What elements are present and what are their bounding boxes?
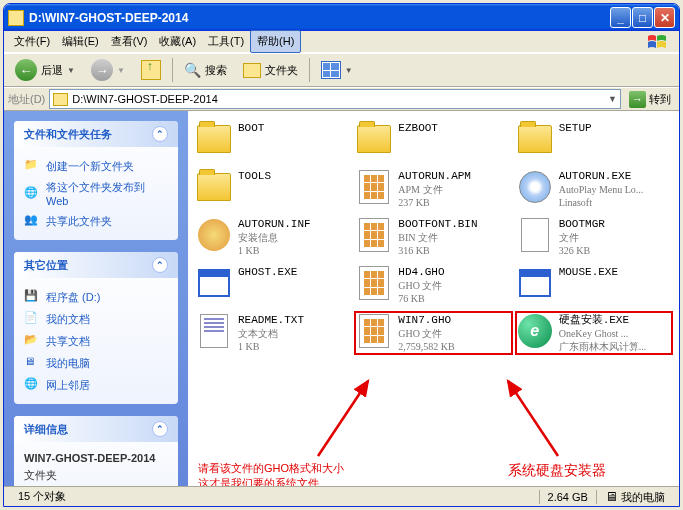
menu-view[interactable]: 查看(V) bbox=[105, 31, 154, 52]
text-file-icon bbox=[200, 314, 228, 348]
annotation-left: 请看该文件的GHO格式和大小 这才是我们要的系统文件 bbox=[198, 461, 344, 486]
file-listing[interactable]: BOOTEZBOOTSETUPTOOLSAUTORUN.APMAPM 文件237… bbox=[188, 111, 679, 486]
file-item[interactable]: WIN7.GHOGHO 文件2,759,582 KB bbox=[354, 311, 512, 355]
file-item[interactable]: GHOST.EXE bbox=[194, 263, 352, 307]
file-meta: GHO 文件 bbox=[398, 327, 454, 340]
file-name: TOOLS bbox=[238, 169, 271, 183]
gho-icon bbox=[359, 218, 389, 252]
chevron-up-icon[interactable]: ⌃ bbox=[152, 257, 168, 273]
titlebar[interactable]: D:\WIN7-GHOST-DEEP-2014 _ □ ✕ bbox=[4, 4, 679, 31]
file-item[interactable]: HD4.GHOGHO 文件76 KB bbox=[354, 263, 512, 307]
file-name: MOUSE.EXE bbox=[559, 265, 618, 279]
place-link[interactable]: 🖥我的电脑 bbox=[24, 352, 168, 374]
computer-icon: 🖥 bbox=[605, 489, 618, 504]
file-item[interactable]: EZBOOT bbox=[354, 119, 512, 163]
file-meta: 2,759,582 KB bbox=[398, 340, 454, 353]
folder-icon bbox=[8, 10, 24, 26]
file-meta: 1 KB bbox=[238, 340, 304, 353]
place-link[interactable]: 🌐网上邻居 bbox=[24, 374, 168, 396]
file-meta: OneKey Ghost ... bbox=[559, 327, 647, 340]
maximize-button[interactable]: □ bbox=[632, 7, 653, 28]
gear-icon bbox=[198, 219, 230, 251]
go-icon: → bbox=[629, 91, 646, 108]
folder-icon bbox=[197, 173, 231, 201]
file-name: BOOT bbox=[238, 121, 264, 135]
file-name: AUTORUN.EXE bbox=[559, 169, 644, 183]
place-link[interactable]: 💾程序盘 (D:) bbox=[24, 286, 168, 308]
place-icon: 🖥 bbox=[24, 355, 40, 371]
file-item[interactable]: SETUP bbox=[515, 119, 673, 163]
back-button[interactable]: ←后退▼ bbox=[10, 57, 80, 83]
file-meta: 文本文档 bbox=[238, 327, 304, 340]
file-item[interactable]: MOUSE.EXE bbox=[515, 263, 673, 307]
place-icon: 📄 bbox=[24, 311, 40, 327]
place-link[interactable]: 📂共享文档 bbox=[24, 330, 168, 352]
forward-button[interactable]: →▼ bbox=[86, 57, 130, 83]
menubar: 文件(F) 编辑(E) 查看(V) 收藏(A) 工具(T) 帮助(H) bbox=[4, 31, 679, 53]
chevron-up-icon[interactable]: ⌃ bbox=[152, 421, 168, 437]
place-link[interactable]: 📄我的文档 bbox=[24, 308, 168, 330]
menu-tools[interactable]: 工具(T) bbox=[202, 31, 250, 52]
up-folder-icon: ↑ bbox=[141, 60, 161, 80]
menu-favorites[interactable]: 收藏(A) bbox=[153, 31, 202, 52]
up-button[interactable]: ↑ bbox=[136, 58, 166, 82]
chevron-down-icon[interactable]: ▼ bbox=[608, 94, 617, 104]
window-title: D:\WIN7-GHOST-DEEP-2014 bbox=[29, 11, 610, 25]
status-count: 15 个对象 bbox=[10, 489, 74, 504]
file-meta: 76 KB bbox=[398, 292, 444, 305]
folders-button[interactable]: 文件夹 bbox=[238, 61, 303, 80]
file-item[interactable]: e硬盘安装.EXEOneKey Ghost ...广东雨林木风计算... bbox=[515, 311, 673, 355]
menu-file[interactable]: 文件(F) bbox=[8, 31, 56, 52]
file-item[interactable]: TOOLS bbox=[194, 167, 352, 211]
details-type: 文件夹 bbox=[24, 467, 168, 484]
file-name: BOOTFONT.BIN bbox=[398, 217, 477, 231]
other-places-header[interactable]: 其它位置⌃ bbox=[14, 252, 178, 278]
cd-icon bbox=[519, 171, 551, 203]
folder-icon bbox=[518, 125, 552, 153]
file-meta: 广东雨林木风计算... bbox=[559, 340, 647, 353]
task-link[interactable]: 🌐将这个文件夹发布到Web bbox=[24, 177, 168, 210]
close-button[interactable]: ✕ bbox=[654, 7, 675, 28]
details-header[interactable]: 详细信息⌃ bbox=[14, 416, 178, 442]
address-input[interactable]: D:\WIN7-GHOST-DEEP-2014 ▼ bbox=[49, 89, 621, 109]
file-item[interactable]: AUTORUN.EXEAutoPlay Menu Lo...Linasoft bbox=[515, 167, 673, 211]
task-icon: 📁 bbox=[24, 158, 40, 174]
file-item[interactable]: BOOT bbox=[194, 119, 352, 163]
file-name: AUTORUN.INF bbox=[238, 217, 311, 231]
search-button[interactable]: 🔍搜索 bbox=[179, 60, 232, 80]
file-meta: BIN 文件 bbox=[398, 231, 477, 244]
file-item[interactable]: README.TXT文本文档1 KB bbox=[194, 311, 352, 355]
exe-icon bbox=[198, 269, 230, 297]
menu-edit[interactable]: 编辑(E) bbox=[56, 31, 105, 52]
gho-icon bbox=[359, 314, 389, 348]
tasks-panel: 文件和文件夹任务⌃ 📁创建一个新文件夹🌐将这个文件夹发布到Web👥共享此文件夹 bbox=[14, 121, 178, 240]
file-name: README.TXT bbox=[238, 313, 304, 327]
other-places-panel: 其它位置⌃ 💾程序盘 (D:)📄我的文档📂共享文档🖥我的电脑🌐网上邻居 bbox=[14, 252, 178, 404]
tasks-panel-header[interactable]: 文件和文件夹任务⌃ bbox=[14, 121, 178, 147]
file-meta: Linasoft bbox=[559, 196, 644, 209]
minimize-button[interactable]: _ bbox=[610, 7, 631, 28]
file-meta: 安装信息 bbox=[238, 231, 311, 244]
file-name: 硬盘安装.EXE bbox=[559, 313, 647, 327]
gho-icon bbox=[359, 266, 389, 300]
task-icon: 👥 bbox=[24, 213, 40, 229]
folders-icon bbox=[243, 63, 261, 78]
task-link[interactable]: 📁创建一个新文件夹 bbox=[24, 155, 168, 177]
file-item[interactable]: BOOTFONT.BINBIN 文件316 KB bbox=[354, 215, 512, 259]
chevron-up-icon[interactable]: ⌃ bbox=[152, 126, 168, 142]
file-name: BOOTMGR bbox=[559, 217, 605, 231]
file-meta: AutoPlay Menu Lo... bbox=[559, 183, 644, 196]
go-button[interactable]: →转到 bbox=[625, 90, 675, 109]
windows-logo-icon bbox=[639, 33, 675, 51]
views-button[interactable]: ▼ bbox=[316, 59, 358, 81]
file-item[interactable]: BOOTMGR文件326 KB bbox=[515, 215, 673, 259]
tile-view-icon bbox=[321, 61, 341, 79]
task-link[interactable]: 👥共享此文件夹 bbox=[24, 210, 168, 232]
file-name: EZBOOT bbox=[398, 121, 438, 135]
file-item[interactable]: AUTORUN.INF安装信息1 KB bbox=[194, 215, 352, 259]
svg-line-1 bbox=[508, 381, 558, 456]
menu-help[interactable]: 帮助(H) bbox=[250, 30, 301, 53]
file-meta: APM 文件 bbox=[398, 183, 471, 196]
details-name: WIN7-GHOST-DEEP-2014 bbox=[24, 450, 168, 467]
file-item[interactable]: AUTORUN.APMAPM 文件237 KB bbox=[354, 167, 512, 211]
